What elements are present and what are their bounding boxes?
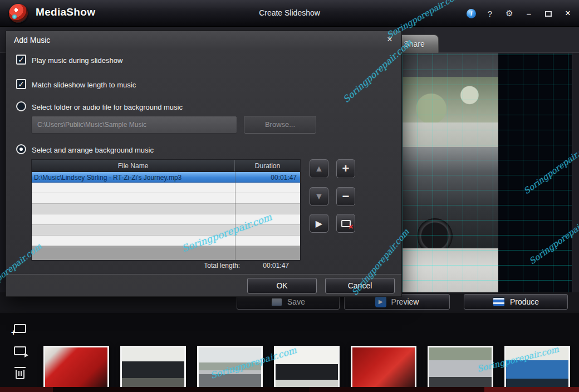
music-list-empty-row [32,204,300,214]
add-slide-button[interactable] [10,341,30,360]
total-length-value: 00:01:47 [246,262,289,270]
music-path-input[interactable] [31,116,237,134]
down-arrow-icon: ▼ [315,192,323,202]
select-folder-label: Select folder or audio file for backgrou… [32,103,183,111]
preview-play-icon: ▶ [375,296,386,307]
radio-selected-dot [19,148,23,151]
clear-list-button[interactable] [336,214,355,233]
titlebar: MediaShow Create Slideshow i ? ⚙ – × [0,0,579,27]
add-media-button[interactable] [10,319,30,338]
music-list-empty-row [32,183,300,193]
thumbnail-red-car-front[interactable] [43,346,109,392]
delete-list-icon [341,220,351,227]
up-arrow-icon: ▲ [315,164,323,174]
thumbnail-red-car-rear[interactable] [351,346,416,392]
bottom-strip-segment [309,387,484,392]
thumbnail-black-roadster[interactable] [274,346,340,392]
minimize-button[interactable]: – [523,9,534,18]
add-slide-icon [14,346,26,355]
plus-icon: + [342,163,350,175]
page-title: Create Slideshow [212,8,367,17]
music-file-duration: 00:01:47 [271,174,297,182]
produce-button-label: Produce [510,297,539,306]
play-music-checkbox[interactable]: ✓ [16,55,26,65]
browse-button[interactable]: Browse... [244,116,316,134]
dialog-close-icon[interactable]: × [385,34,395,45]
add-media-icon [14,324,26,333]
add-music-dialog: Add Music × ✓ Play music during slidesho… [6,31,402,297]
ok-button[interactable]: OK [247,278,317,293]
app-title: MediaShow [36,6,95,18]
thumbnail-gray-car[interactable] [428,346,493,392]
info-icon[interactable]: i [467,9,476,18]
bottom-strip-segment [53,387,309,392]
gear-icon[interactable]: ⚙ [504,8,515,18]
minus-icon: − [342,190,350,203]
column-duration: Duration [235,160,300,172]
dialog-title: Add Music [14,36,50,45]
move-up-button[interactable]: ▲ [310,159,328,178]
maximize-icon [545,11,552,17]
produce-button[interactable]: Produce [464,294,568,310]
arrange-music-radio[interactable] [16,144,26,154]
column-divider [235,172,235,260]
music-file-name: D:\Music\Lindsey Stirling - RT-Zi-Zi's J… [34,174,232,182]
mediashow-window: MediaShow Create Slideshow i ? ⚙ – × Sha… [0,0,579,392]
move-down-button[interactable]: ▼ [310,187,328,206]
music-list-empty-row [32,214,300,225]
thumbnail-silver-car[interactable] [197,346,263,392]
maximize-button[interactable] [543,9,554,18]
select-folder-radio[interactable] [16,101,26,111]
trash-icon [16,370,24,379]
alignment-grid-overlay [403,53,572,295]
play-music-label: Play music during slideshow [32,56,122,65]
play-music-button[interactable]: ▶ [310,214,328,233]
thumbnail-black-car-side[interactable] [120,346,186,392]
preview-button-label: Preview [391,297,419,306]
match-length-label: Match slideshow length to music [32,81,136,89]
thumbnail-blue-car[interactable] [504,346,570,392]
close-button[interactable]: × [562,8,573,19]
delete-media-button[interactable] [10,365,30,384]
save-button-label: Save [287,297,305,306]
remove-music-button[interactable]: − [336,187,355,206]
app-logo-icon [9,4,28,23]
column-file-name: File Name [32,160,234,172]
music-list-header: File Name Duration [32,160,300,172]
music-list-empty-row [32,236,300,246]
help-icon[interactable]: ? [484,9,495,18]
music-list-filler [32,248,300,260]
cancel-button[interactable]: Cancel [325,278,395,293]
dialog-footer: OK Cancel [6,274,401,297]
slideshow-preview [402,53,572,295]
bottom-strip-segment [0,387,53,392]
save-icon [271,298,282,306]
music-list-empty-row [32,225,300,236]
match-length-checkbox[interactable]: ✓ [16,79,26,89]
filmstrip: ◀ ▶ [0,312,579,392]
add-music-button[interactable]: + [336,159,355,178]
arrange-music-label: Select and arrange background music [32,146,154,154]
play-icon: ▶ [316,218,322,229]
music-list-empty-row [32,193,300,204]
music-list[interactable]: File Name Duration D:\Music\Lindsey Stir… [31,159,301,261]
music-list-body: D:\Music\Lindsey Stirling - RT-Zi-Zi's J… [32,172,300,260]
bottom-strip-segment [484,387,579,392]
produce-film-icon [493,297,505,306]
total-length-label: Total length: [170,262,240,270]
music-list-row-selected[interactable]: D:\Music\Lindsey Stirling - RT-Zi-Zi's J… [32,172,300,183]
